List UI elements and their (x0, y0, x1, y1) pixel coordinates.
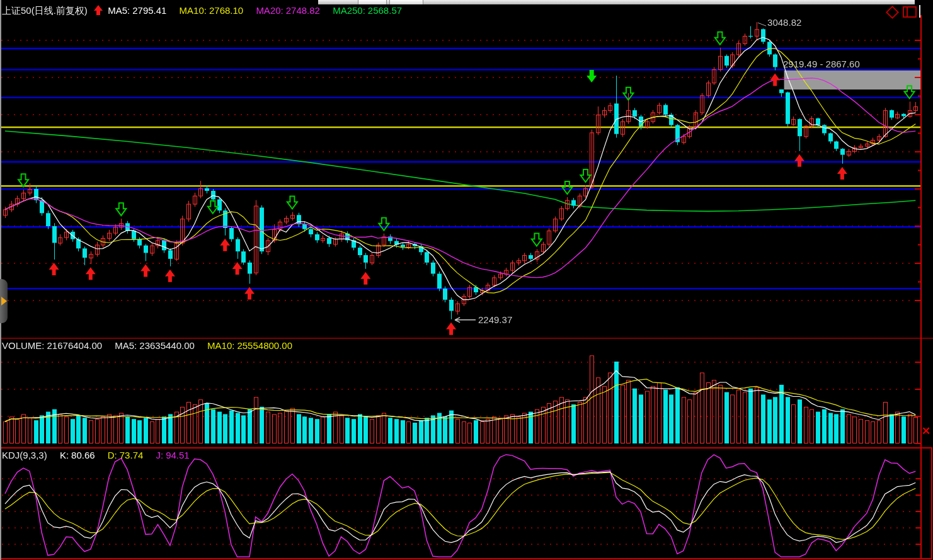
volume-ma5-label: MA5: (115, 340, 137, 351)
window-title-strip (318, 0, 915, 4)
pane-expand-tab[interactable] (0, 279, 8, 323)
kdj-j-value: 94.51 (166, 450, 190, 460)
volume-ma5-value: 23635440.00 (139, 340, 195, 351)
play-arrow-icon (1, 297, 7, 306)
volume-header: VOLUME:21676404.00 MA5:23635440.00 MA10:… (2, 340, 295, 351)
diamond-icon[interactable] (886, 5, 899, 18)
window-icon[interactable] (903, 6, 917, 18)
ma20-label: MA20: (256, 5, 283, 16)
scrollbar-divider (919, 5, 920, 18)
toolbar-segment (389, 0, 423, 4)
toolbar-segment (358, 0, 387, 4)
kdj-j-label: J: (156, 450, 164, 460)
close-icon[interactable]: ✕ (922, 426, 930, 437)
kdj-k-value: 80.66 (71, 450, 95, 460)
up-arrow-icon (94, 5, 103, 15)
ma10-value: 2768.10 (209, 5, 243, 16)
ma20-value: 2748.82 (286, 5, 320, 16)
chart-canvas[interactable] (0, 0, 933, 560)
price-header: 上证50(日线.前复权) MA5:2795.41 MA10:2768.10 MA… (2, 4, 404, 17)
chart-title: 上证50(日线.前复权) (2, 5, 88, 16)
volume-value: 21676404.00 (47, 340, 103, 351)
ma10-label: MA10: (180, 5, 207, 16)
kdj-d-label: D: (108, 450, 117, 460)
volume-label: VOLUME: (2, 340, 45, 351)
peak-price-annotation: 3048.82 (767, 17, 801, 28)
volume-ma10-label: MA10: (207, 340, 234, 351)
trough-price-annotation: 2249.37 (478, 314, 512, 325)
kdj-label: KDJ(9,3,3) (2, 450, 47, 460)
ma5-label: MA5: (108, 5, 130, 16)
trading-app-window: ✕ 上证50(日线.前复权) MA5:2795.41 MA10:2768.10 … (0, 0, 933, 560)
ma5-value: 2795.41 (132, 5, 166, 16)
kdj-header: KDJ(9,3,3) K:80.66 D:73.74 J:94.51 (2, 450, 192, 460)
ma250-label: MA250: (333, 5, 365, 16)
ma250-value: 2568.57 (368, 5, 402, 16)
kdj-d-value: 73.74 (120, 450, 144, 460)
gap-range-annotation: 2919.49 - 2867.60 (783, 59, 860, 69)
volume-ma10-value: 25554800.00 (237, 340, 292, 351)
kdj-k-label: K: (60, 450, 69, 460)
